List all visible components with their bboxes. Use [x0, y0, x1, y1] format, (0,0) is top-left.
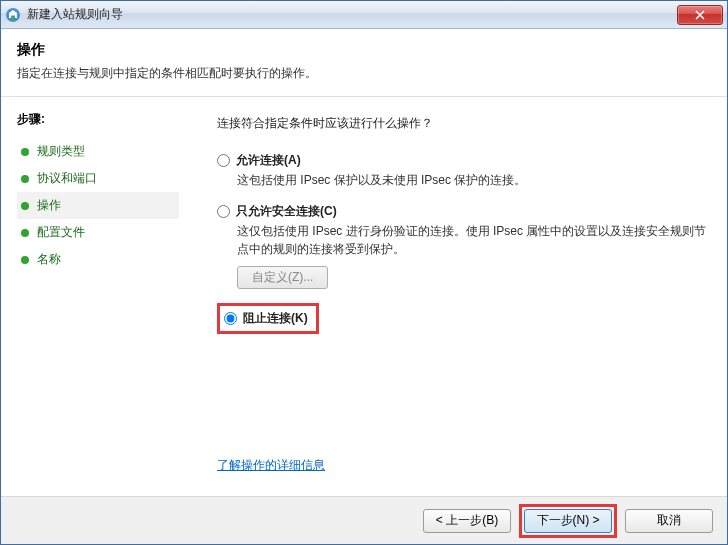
radio-block[interactable] — [224, 312, 237, 325]
learn-more-link[interactable]: 了解操作的详细信息 — [217, 457, 325, 474]
window-title: 新建入站规则向导 — [27, 6, 677, 23]
sidebar-item-profile[interactable]: 配置文件 — [17, 219, 179, 246]
sidebar-item-label: 配置文件 — [37, 224, 85, 241]
highlight-block: 阻止连接(K) — [217, 303, 319, 334]
sidebar-item-label: 协议和端口 — [37, 170, 97, 187]
svg-rect-1 — [10, 18, 16, 20]
bullet-icon — [21, 202, 29, 210]
sidebar-item-protocol-port[interactable]: 协议和端口 — [17, 165, 179, 192]
option-secure-desc: 这仅包括使用 IPsec 进行身份验证的连接。使用 IPsec 属性中的设置以及… — [237, 222, 709, 258]
option-allow: 允许连接(A) 这包括使用 IPsec 保护以及未使用 IPsec 保护的连接。 — [217, 152, 709, 189]
option-allow-label: 允许连接(A) — [236, 152, 301, 169]
app-icon — [5, 7, 21, 23]
back-button[interactable]: < 上一步(B) — [423, 509, 511, 533]
cancel-button[interactable]: 取消 — [625, 509, 713, 533]
close-button[interactable] — [677, 5, 723, 25]
wizard-window: 新建入站规则向导 操作 指定在连接与规则中指定的条件相匹配时要执行的操作。 步骤… — [0, 0, 728, 545]
option-block-label: 阻止连接(K) — [243, 310, 308, 327]
radio-allow[interactable] — [217, 154, 230, 167]
sidebar-item-name[interactable]: 名称 — [17, 246, 179, 273]
page-subtitle: 指定在连接与规则中指定的条件相匹配时要执行的操作。 — [17, 65, 711, 82]
sidebar-item-label: 规则类型 — [37, 143, 85, 160]
footer: < 上一步(B) 下一步(N) > 取消 — [1, 496, 727, 544]
body: 步骤: 规则类型 协议和端口 操作 配置文件 — [1, 97, 727, 496]
highlight-next: 下一步(N) > — [519, 504, 617, 538]
main-panel: 连接符合指定条件时应该进行什么操作？ 允许连接(A) 这包括使用 IPsec 保… — [189, 97, 727, 496]
page-title: 操作 — [17, 41, 711, 59]
radio-secure[interactable] — [217, 205, 230, 218]
option-secure-label: 只允许安全连接(C) — [236, 203, 337, 220]
option-allow-desc: 这包括使用 IPsec 保护以及未使用 IPsec 保护的连接。 — [237, 171, 709, 189]
close-icon — [695, 10, 705, 20]
sidebar-item-rule-type[interactable]: 规则类型 — [17, 138, 179, 165]
bullet-icon — [21, 175, 29, 183]
bullet-icon — [21, 148, 29, 156]
bullet-icon — [21, 256, 29, 264]
question-text: 连接符合指定条件时应该进行什么操作？ — [217, 115, 709, 132]
sidebar-item-label: 名称 — [37, 251, 61, 268]
option-block: 阻止连接(K) — [217, 303, 709, 334]
next-button[interactable]: 下一步(N) > — [524, 509, 612, 533]
bullet-icon — [21, 229, 29, 237]
header: 操作 指定在连接与规则中指定的条件相匹配时要执行的操作。 — [1, 29, 727, 97]
customize-button: 自定义(Z)... — [237, 266, 328, 289]
steps-heading: 步骤: — [17, 111, 179, 128]
sidebar-item-action[interactable]: 操作 — [17, 192, 179, 219]
titlebar: 新建入站规则向导 — [1, 1, 727, 29]
sidebar-item-label: 操作 — [37, 197, 61, 214]
option-secure: 只允许安全连接(C) 这仅包括使用 IPsec 进行身份验证的连接。使用 IPs… — [217, 203, 709, 289]
steps-sidebar: 步骤: 规则类型 协议和端口 操作 配置文件 — [1, 97, 189, 496]
